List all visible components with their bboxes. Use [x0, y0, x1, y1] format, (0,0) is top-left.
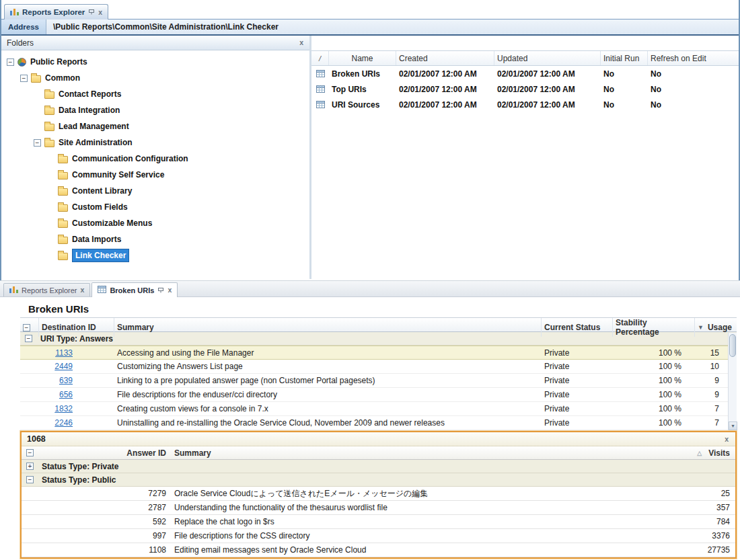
- tree-item-label: Data Integration: [59, 106, 120, 115]
- tree-item-contact-reports[interactable]: Contact Reports: [4, 86, 309, 102]
- row-visits: 25: [661, 489, 735, 498]
- data-row-639[interactable]: 639 Linking to a pre populated answer pa…: [20, 374, 737, 388]
- row-summary: Replace the chat logo in $rs: [170, 517, 661, 526]
- tree-item-public-reports[interactable]: Public Reports: [4, 54, 309, 70]
- destination-id-link[interactable]: 656: [59, 390, 73, 399]
- report-row-uri-sources[interactable]: URI Sources 02/01/2007 12:00 AM 02/01/20…: [311, 97, 739, 112]
- column-header-updated[interactable]: Updated: [494, 51, 601, 65]
- column-header-name[interactable]: Name: [329, 51, 396, 65]
- tree-item-customizable-menus[interactable]: Customizable Menus: [4, 215, 309, 231]
- tree-item-label: Site Administration: [59, 138, 133, 147]
- column-header-stability[interactable]: Stability Percentage: [613, 318, 695, 337]
- report-initial-run: No: [601, 100, 648, 110]
- report-initial-run: No: [601, 69, 648, 79]
- column-header-summary[interactable]: Summary: [114, 318, 542, 337]
- column-header-refresh-on-edit[interactable]: Refresh on Edit: [648, 51, 739, 65]
- column-header-visits[interactable]: △Visits: [661, 448, 735, 458]
- collapse-icon[interactable]: [25, 335, 32, 342]
- data-row-656[interactable]: 656 File descriptions for the enduser/cc…: [20, 388, 737, 402]
- collapse-all-icon[interactable]: [26, 449, 34, 456]
- tree-item-data-imports[interactable]: Data Imports: [4, 231, 309, 247]
- data-row-2246[interactable]: 2246 Uninstalling and re-installing the …: [20, 416, 737, 430]
- broken-uris-window: Reports Explorer x Broken URIs x Broken …: [0, 280, 740, 560]
- folder-icon: [44, 140, 54, 147]
- collapse-all-cell[interactable]: [20, 318, 39, 337]
- report-row-broken-uris[interactable]: Broken URIs 02/01/2007 12:00 AM 02/01/20…: [311, 66, 739, 81]
- folder-icon: [58, 237, 68, 244]
- tree-item-label: Contact Reports: [59, 89, 121, 99]
- tree-item-custom-fields[interactable]: Custom Fields: [4, 199, 309, 215]
- popup-row-592[interactable]: 592 Replace the chat logo in $rs 784: [22, 515, 735, 529]
- collapse-icon[interactable]: [7, 58, 14, 66]
- data-row-1832[interactable]: 1832 Creating custom views for a console…: [20, 402, 737, 416]
- tree-item-label: Lead Management: [59, 122, 129, 131]
- row-stability: 100 %: [613, 404, 695, 413]
- close-tab-icon[interactable]: x: [98, 9, 102, 16]
- address-label: Address: [1, 19, 46, 34]
- answer-id: 592: [40, 517, 170, 526]
- popup-header: 1068 x: [22, 432, 735, 446]
- column-header-created[interactable]: Created: [396, 51, 494, 65]
- row-status: Private: [542, 348, 613, 358]
- report-list-header: / Name Created Updated Initial Run Refre…: [311, 50, 739, 66]
- pin-icon[interactable]: [88, 8, 95, 16]
- column-header-initial-run[interactable]: Initial Run: [601, 51, 648, 65]
- tree-item-label: Communication Configuration: [72, 154, 188, 163]
- row-summary: Linking to a pre populated answer page (…: [114, 376, 542, 385]
- destination-id-link[interactable]: 1832: [54, 404, 73, 413]
- destination-id-link[interactable]: 2246: [54, 418, 73, 428]
- data-row-1133[interactable]: 1133 Accessing and using the File Manage…: [20, 346, 737, 360]
- collapse-icon[interactable]: [26, 476, 34, 483]
- screen: Reports Explorer x Address \Public Repor…: [0, 0, 740, 560]
- destination-id-link[interactable]: 1133: [55, 348, 73, 358]
- destination-id-link[interactable]: 2449: [54, 362, 73, 371]
- tree-item-link-checker[interactable]: Link Checker: [4, 247, 309, 264]
- row-summary: Creating custom views for a console in 7…: [114, 404, 542, 413]
- scroll-down-icon[interactable]: [729, 422, 737, 430]
- column-header-answer-id[interactable]: Answer ID: [40, 448, 170, 458]
- collapse-icon[interactable]: [34, 139, 41, 147]
- icon-column-header[interactable]: /: [311, 51, 329, 65]
- report-title: Broken URIs: [0, 297, 740, 315]
- tree-item-communication-configuration[interactable]: Communication Configuration: [4, 151, 309, 167]
- collapse-all-icon[interactable]: [23, 324, 30, 331]
- popup-row-2787[interactable]: 2787 Understanding the functionality of …: [22, 501, 735, 515]
- vertical-scrollbar[interactable]: [728, 333, 737, 430]
- tree-item-community-self-service[interactable]: Community Self Service: [4, 167, 309, 183]
- row-status: Private: [542, 404, 613, 413]
- report-row-top-uris[interactable]: Top URIs 02/01/2007 12:00 AM 02/01/2007 …: [311, 81, 739, 97]
- close-tab-icon[interactable]: x: [168, 286, 172, 294]
- collapse-all-cell[interactable]: [22, 449, 40, 456]
- broken-uris-grid: Destination ID Summary Current Status St…: [20, 317, 737, 430]
- popup-row-7279[interactable]: 7279 Oracle Service Cloudによって送信されたEメール・メ…: [22, 487, 735, 501]
- pin-icon[interactable]: [157, 286, 164, 294]
- group-row-status-public[interactable]: Status Type: Public: [22, 473, 735, 487]
- tab-broken-uris[interactable]: Broken URIs x: [91, 282, 178, 297]
- tree-item-data-integration[interactable]: Data Integration: [4, 102, 309, 118]
- tree-item-lead-management[interactable]: Lead Management: [4, 118, 309, 134]
- tree-item-content-library[interactable]: Content Library: [4, 183, 309, 199]
- tab-reports-explorer-bottom[interactable]: Reports Explorer x: [3, 283, 90, 296]
- top-tab-strip: Reports Explorer x: [1, 0, 739, 19]
- tree-item-common[interactable]: Common: [4, 70, 309, 86]
- address-path[interactable]: \Public Reports\Common\Site Administrati…: [53, 22, 279, 32]
- column-header-summary[interactable]: Summary: [170, 448, 661, 458]
- folders-panel: Folders x Public Reports Common: [1, 36, 311, 279]
- report-name: Broken URIs: [329, 69, 396, 79]
- scrollbar-thumb[interactable]: [729, 334, 736, 357]
- data-row-2449[interactable]: 2449 Customizing the Answers List page P…: [20, 360, 737, 374]
- tab-reports-explorer[interactable]: Reports Explorer x: [4, 4, 108, 19]
- destination-id-link[interactable]: 639: [59, 376, 73, 385]
- close-tab-icon[interactable]: x: [81, 286, 85, 294]
- popup-row-997[interactable]: 997 File descriptions for the CSS direct…: [22, 529, 735, 543]
- folder-icon: [58, 253, 68, 260]
- expand-icon[interactable]: [26, 463, 34, 470]
- tree-item-site-administration[interactable]: Site Administration: [4, 134, 309, 151]
- row-status: Private: [542, 390, 613, 399]
- collapse-icon[interactable]: [20, 75, 28, 82]
- group-row-status-private[interactable]: Status Type: Private: [22, 460, 735, 473]
- popup-row-1108[interactable]: 1108 Editing email messages sent by Orac…: [22, 543, 735, 557]
- close-panel-icon[interactable]: x: [299, 39, 303, 46]
- close-popup-icon[interactable]: x: [725, 436, 729, 443]
- column-header-current-status[interactable]: Current Status: [542, 318, 613, 337]
